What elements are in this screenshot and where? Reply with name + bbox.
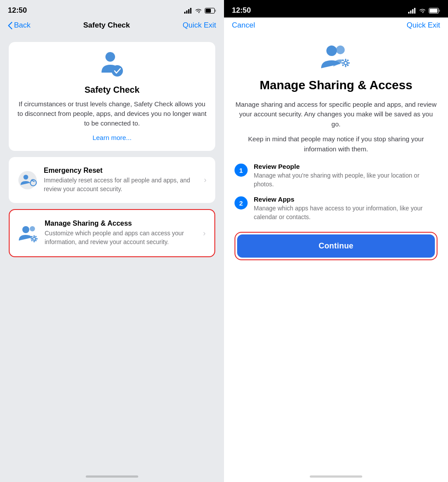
emergency-reset-icon-area	[18, 170, 38, 190]
manage-sharing-title: Manage Sharing & Access	[45, 220, 197, 227]
signal-icon-right	[408, 8, 416, 14]
signal-icon	[184, 8, 192, 14]
emergency-reset-text: Emergency Reset Immediately reset access…	[44, 167, 198, 193]
home-indicator-left	[86, 475, 138, 478]
svg-point-10	[24, 175, 28, 179]
wifi-icon-right	[419, 8, 426, 14]
svg-rect-18	[36, 238, 38, 240]
right-nav-bar: Cancel Quick Exit	[224, 17, 448, 35]
svg-point-12	[30, 226, 35, 231]
svg-rect-0	[184, 12, 186, 14]
svg-rect-5	[215, 10, 216, 12]
learn-more-link[interactable]: Learn more...	[92, 134, 131, 141]
left-status-time: 12:50	[8, 6, 27, 15]
manage-sharing-icon-right-area	[234, 44, 438, 70]
left-panel: 12:50	[0, 0, 224, 482]
manage-sharing-text: Manage Sharing & Access Customize which …	[45, 220, 197, 246]
svg-rect-6	[206, 9, 211, 13]
svg-rect-25	[412, 9, 413, 14]
right-status-time: 12:50	[232, 6, 251, 15]
emergency-reset-card[interactable]: Emergency Reset Immediately reset access…	[9, 157, 215, 203]
cancel-button[interactable]: Cancel	[232, 21, 255, 30]
svg-rect-29	[430, 9, 438, 13]
svg-point-14	[33, 238, 35, 240]
manage-sharing-title-text: Manage Sharing & Access	[259, 78, 412, 92]
svg-rect-21	[31, 240, 33, 241]
right-desc-1: Manage sharing and access for specific p…	[234, 100, 438, 129]
battery-icon	[205, 8, 216, 14]
manage-sharing-card[interactable]: Manage Sharing & Access Customize which …	[9, 209, 215, 257]
quick-exit-button-right[interactable]: Quick Exit	[406, 21, 440, 30]
emergency-reset-title: Emergency Reset	[44, 167, 198, 175]
left-content: Safety Check If circumstances or trust l…	[0, 35, 224, 264]
right-main-title: Manage Sharing & Access	[234, 78, 438, 93]
svg-rect-37	[342, 63, 344, 64]
svg-point-30	[336, 45, 345, 54]
left-nav-bar: Back Safety Check Quick Exit	[0, 17, 224, 35]
home-indicator-right	[310, 475, 362, 478]
svg-rect-1	[186, 10, 188, 14]
battery-icon-right	[429, 8, 440, 14]
emergency-reset-icon	[18, 171, 37, 189]
safety-check-icon-area	[98, 52, 126, 79]
manage-sharing-desc: Customize which people and apps can acce…	[45, 229, 197, 246]
svg-point-31	[326, 45, 337, 56]
svg-rect-28	[439, 10, 440, 12]
emergency-reset-desc: Immediately reset access for all people …	[44, 176, 198, 193]
emergency-reset-chevron-icon: ›	[204, 175, 206, 185]
svg-rect-22	[35, 236, 37, 238]
continue-button[interactable]: Continue	[237, 234, 435, 258]
svg-point-7	[105, 52, 115, 62]
step-1-item: 1 Review People Manage what you're shari…	[234, 163, 438, 189]
back-label: Back	[14, 21, 31, 30]
svg-point-34	[345, 62, 347, 64]
wifi-icon	[195, 8, 202, 14]
manage-sharing-icon-area	[18, 223, 38, 243]
svg-rect-16	[34, 241, 35, 242]
page-title: Safety Check	[83, 21, 130, 30]
manage-sharing-chevron-icon: ›	[203, 229, 206, 238]
safety-check-card-title: Safety Check	[84, 85, 140, 95]
step-2-number: 2	[234, 196, 248, 210]
right-panel: 12:50 Cancel Quick Exit	[224, 0, 448, 482]
svg-rect-17	[31, 238, 32, 240]
manage-sharing-large-icon	[318, 44, 354, 70]
left-status-bar: 12:50	[0, 0, 224, 17]
safety-check-card: Safety Check If circumstances or trust l…	[9, 42, 215, 151]
right-desc-2: Keep in mind that people may notice if y…	[234, 134, 438, 154]
svg-rect-38	[348, 63, 350, 64]
svg-rect-2	[188, 9, 189, 14]
svg-rect-23	[408, 12, 410, 14]
step-1-text: Review People Manage what you're sharing…	[254, 163, 438, 189]
svg-rect-15	[34, 235, 35, 237]
svg-rect-24	[410, 10, 412, 14]
right-main-content: Manage Sharing & Access Manage sharing a…	[224, 35, 448, 482]
steps-container: 1 Review People Manage what you're shari…	[234, 163, 438, 221]
back-button[interactable]: Back	[8, 21, 31, 30]
step-1-title: Review People	[254, 163, 438, 170]
svg-rect-26	[414, 8, 416, 14]
right-status-bar: 12:50	[224, 0, 448, 17]
step-2-title: Review Apps	[254, 196, 438, 203]
svg-rect-3	[190, 8, 192, 14]
svg-rect-36	[345, 65, 346, 67]
safety-check-icon	[98, 52, 126, 77]
quick-exit-button-left[interactable]: Quick Exit	[182, 21, 216, 30]
continue-button-highlight: Continue	[234, 232, 438, 260]
manage-sharing-icon	[18, 224, 38, 242]
left-status-icons	[184, 8, 216, 14]
svg-point-8	[112, 65, 123, 77]
back-chevron-icon	[8, 22, 12, 29]
right-status-icons	[408, 8, 440, 14]
step-1-desc: Manage what you're sharing with people, …	[254, 171, 438, 189]
step-2-text: Review Apps Manage which apps have acces…	[254, 196, 438, 221]
step-2-item: 2 Review Apps Manage which apps have acc…	[234, 196, 438, 221]
step-2-desc: Manage which apps have access to your in…	[254, 204, 438, 221]
svg-point-11	[22, 226, 29, 233]
svg-rect-35	[345, 59, 346, 61]
step-1-number: 1	[234, 164, 248, 177]
safety-check-card-desc: If circumstances or trust levels change,…	[18, 99, 206, 128]
